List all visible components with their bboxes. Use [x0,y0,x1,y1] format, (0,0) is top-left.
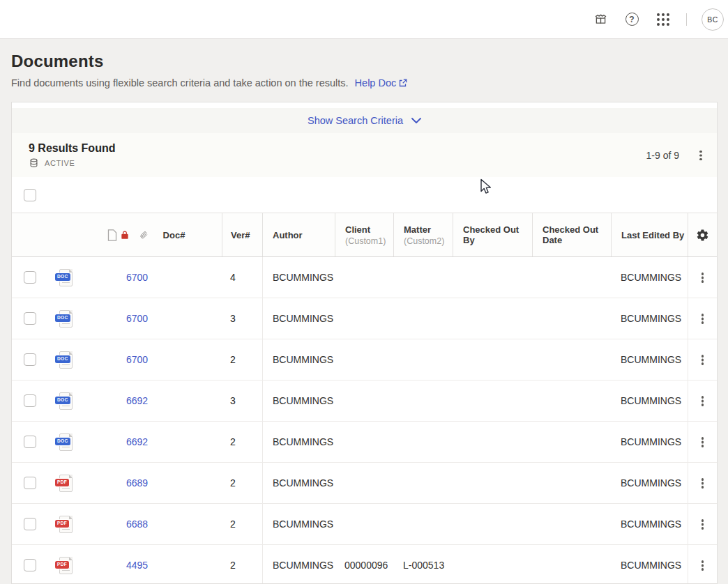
external-link-icon [399,79,407,87]
author-cell: BCUMMINGS [262,257,335,298]
row-overflow-menu-icon[interactable] [694,513,712,535]
apps-grid-icon[interactable] [655,11,672,28]
version-cell: 2 [222,422,262,462]
checked-out-by-cell [453,381,532,421]
results-overflow-menu-icon[interactable] [692,144,710,167]
doc-file-icon: DOC [55,391,73,411]
author-cell: BCUMMINGS [262,381,335,421]
whats-new-gift-icon[interactable] [592,11,609,28]
row-overflow-menu-icon[interactable] [694,390,712,412]
row-checkbox[interactable] [24,394,36,407]
column-author[interactable]: Author [262,213,335,256]
version-cell: 2 [222,339,262,380]
table-row: PDF 4495 2 BCUMMINGS 00000096 L-000513 B… [12,545,717,584]
doc-number-link[interactable]: 6689 [126,477,148,489]
doc-file-icon: DOC [55,432,73,452]
checked-out-by-cell [453,422,532,462]
last-edited-by-cell: BCUMMINGS [611,422,688,462]
lock-column-icon[interactable] [120,230,130,240]
client-cell [335,257,393,298]
version-cell: 2 [222,504,262,544]
matter-cell [393,463,453,503]
checked-out-by-cell [453,298,532,339]
file-type-badge: PDF [55,561,69,569]
attachment-column-icon[interactable] [139,230,148,240]
row-checkbox[interactable] [24,312,36,325]
file-type-badge: DOC [55,273,70,282]
row-overflow-menu-icon[interactable] [694,266,712,289]
show-search-criteria-toggle[interactable]: Show Search Criteria [308,115,421,126]
checked-out-date-cell [532,545,611,584]
page-subtitle: Find documents using flexible search cri… [11,77,349,89]
checked-out-by-cell [453,463,532,503]
row-checkbox[interactable] [24,477,36,489]
file-type-badge: DOC [55,397,70,405]
version-cell: 4 [222,257,262,298]
last-edited-by-cell: BCUMMINGS [611,381,688,421]
client-cell [335,339,393,380]
row-overflow-menu-icon[interactable] [694,472,712,494]
table-row: DOC 6692 2 BCUMMINGS BCUMMINGS [12,422,717,463]
author-cell: BCUMMINGS [262,504,335,544]
doc-number-link[interactable]: 6692 [126,395,148,406]
row-overflow-menu-icon[interactable] [694,431,712,453]
column-client[interactable]: Client (Custom1) [335,213,393,256]
doc-number-link[interactable]: 6692 [126,436,148,447]
column-version[interactable]: Ver# [222,213,262,256]
column-settings-gear-icon[interactable] [696,229,709,242]
matter-cell [393,298,453,339]
row-overflow-menu-icon[interactable] [694,554,712,576]
doc-number-link[interactable]: 6700 [126,272,148,283]
client-cell [335,463,393,503]
checked-out-date-cell [532,257,611,298]
page-header: Documents Find documents using flexible … [11,52,407,89]
row-checkbox[interactable] [24,559,36,571]
select-all-checkbox[interactable] [24,189,36,201]
author-cell: BCUMMINGS [262,463,335,503]
table-body: DOC 6700 4 BCUMMINGS BCUMMINGS DOC [12,257,717,584]
matter-cell [393,504,453,544]
column-doc-number[interactable]: Doc# [163,230,185,240]
selection-toolbar [12,177,717,213]
column-last-edited-by[interactable]: Last Edited By [611,213,688,256]
last-edited-by-cell: BCUMMINGS [611,257,688,298]
row-checkbox[interactable] [24,518,36,530]
doc-number-link[interactable]: 6688 [126,518,148,530]
client-cell [335,381,393,421]
author-cell: BCUMMINGS [262,339,335,380]
column-checked-out-date[interactable]: Checked Out Date [532,213,611,256]
results-card: Show Search Criteria 9 Results Found ACT… [11,102,718,584]
results-header: 9 Results Found ACTIVE 1-9 of 9 [12,133,717,177]
version-cell: 3 [222,298,262,339]
checked-out-by-cell [453,339,532,380]
last-edited-by-cell: BCUMMINGS [611,339,688,380]
doc-number-link[interactable]: 6700 [126,313,148,324]
document-type-column-icon[interactable] [107,229,117,241]
topbar-divider [686,13,687,26]
row-overflow-menu-icon[interactable] [694,307,712,330]
checked-out-date-cell [532,463,611,503]
table-row: DOC 6692 3 BCUMMINGS BCUMMINGS [12,381,717,422]
client-cell: 00000096 [335,545,393,584]
checked-out-date-cell [532,504,611,544]
last-edited-by-cell: BCUMMINGS [611,463,688,503]
results-count: 9 Results Found [29,142,115,155]
pdf-file-icon: PDF [55,514,73,535]
doc-number-link[interactable]: 4495 [126,560,148,571]
author-cell: BCUMMINGS [262,298,335,339]
matter-cell: L-000513 [393,545,453,584]
user-avatar[interactable]: BC [702,8,724,31]
row-checkbox[interactable] [24,353,36,366]
client-cell [335,422,393,462]
help-icon[interactable]: ? [623,11,640,28]
file-type-badge: DOC [55,314,70,323]
help-doc-link[interactable]: Help Doc [355,77,408,89]
doc-number-link[interactable]: 6700 [126,354,148,365]
checked-out-by-cell [453,545,532,584]
row-overflow-menu-icon[interactable] [694,348,712,371]
column-checked-out-by[interactable]: Checked Out By [453,213,532,256]
row-checkbox[interactable] [24,436,36,448]
row-checkbox[interactable] [24,271,36,284]
database-scope-label: ACTIVE [45,159,75,167]
column-matter[interactable]: Matter (Custom2) [393,213,453,256]
